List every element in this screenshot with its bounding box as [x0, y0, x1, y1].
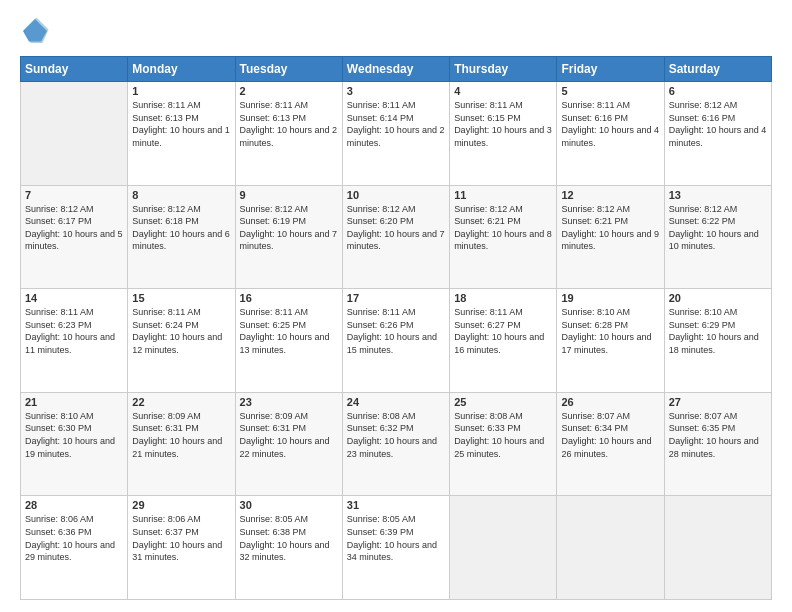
- calendar-cell: 23Sunrise: 8:09 AMSunset: 6:31 PMDayligh…: [235, 392, 342, 496]
- calendar-cell: 1Sunrise: 8:11 AMSunset: 6:13 PMDaylight…: [128, 82, 235, 186]
- day-info: Sunrise: 8:12 AMSunset: 6:20 PMDaylight:…: [347, 204, 445, 252]
- day-number: 11: [454, 189, 552, 201]
- calendar-week-2: 7Sunrise: 8:12 AMSunset: 6:17 PMDaylight…: [21, 185, 772, 289]
- calendar-cell: 12Sunrise: 8:12 AMSunset: 6:21 PMDayligh…: [557, 185, 664, 289]
- day-info: Sunrise: 8:06 AMSunset: 6:36 PMDaylight:…: [25, 514, 115, 562]
- calendar-cell: 11Sunrise: 8:12 AMSunset: 6:21 PMDayligh…: [450, 185, 557, 289]
- day-number: 25: [454, 396, 552, 408]
- page: SundayMondayTuesdayWednesdayThursdayFrid…: [0, 0, 792, 612]
- day-info: Sunrise: 8:08 AMSunset: 6:32 PMDaylight:…: [347, 411, 437, 459]
- day-number: 7: [25, 189, 123, 201]
- calendar-week-1: 1Sunrise: 8:11 AMSunset: 6:13 PMDaylight…: [21, 82, 772, 186]
- day-number: 22: [132, 396, 230, 408]
- day-info: Sunrise: 8:08 AMSunset: 6:33 PMDaylight:…: [454, 411, 544, 459]
- calendar-cell: 3Sunrise: 8:11 AMSunset: 6:14 PMDaylight…: [342, 82, 449, 186]
- day-info: Sunrise: 8:10 AMSunset: 6:30 PMDaylight:…: [25, 411, 115, 459]
- day-info: Sunrise: 8:11 AMSunset: 6:24 PMDaylight:…: [132, 307, 222, 355]
- day-info: Sunrise: 8:06 AMSunset: 6:37 PMDaylight:…: [132, 514, 222, 562]
- day-info: Sunrise: 8:11 AMSunset: 6:13 PMDaylight:…: [240, 100, 338, 148]
- day-number: 29: [132, 499, 230, 511]
- calendar-cell: 5Sunrise: 8:11 AMSunset: 6:16 PMDaylight…: [557, 82, 664, 186]
- calendar-week-3: 14Sunrise: 8:11 AMSunset: 6:23 PMDayligh…: [21, 289, 772, 393]
- calendar-cell: 21Sunrise: 8:10 AMSunset: 6:30 PMDayligh…: [21, 392, 128, 496]
- day-info: Sunrise: 8:10 AMSunset: 6:29 PMDaylight:…: [669, 307, 759, 355]
- day-number: 24: [347, 396, 445, 408]
- day-info: Sunrise: 8:09 AMSunset: 6:31 PMDaylight:…: [132, 411, 222, 459]
- day-number: 3: [347, 85, 445, 97]
- calendar-cell: 15Sunrise: 8:11 AMSunset: 6:24 PMDayligh…: [128, 289, 235, 393]
- day-number: 8: [132, 189, 230, 201]
- day-info: Sunrise: 8:09 AMSunset: 6:31 PMDaylight:…: [240, 411, 330, 459]
- calendar-cell: [664, 496, 771, 600]
- header-day-saturday: Saturday: [664, 57, 771, 82]
- day-number: 6: [669, 85, 767, 97]
- day-number: 2: [240, 85, 338, 97]
- calendar-cell: 13Sunrise: 8:12 AMSunset: 6:22 PMDayligh…: [664, 185, 771, 289]
- logo: [20, 16, 54, 46]
- day-number: 21: [25, 396, 123, 408]
- header-day-sunday: Sunday: [21, 57, 128, 82]
- calendar-cell: 9Sunrise: 8:12 AMSunset: 6:19 PMDaylight…: [235, 185, 342, 289]
- calendar-cell: 6Sunrise: 8:12 AMSunset: 6:16 PMDaylight…: [664, 82, 771, 186]
- day-info: Sunrise: 8:11 AMSunset: 6:25 PMDaylight:…: [240, 307, 330, 355]
- calendar-cell: 29Sunrise: 8:06 AMSunset: 6:37 PMDayligh…: [128, 496, 235, 600]
- day-info: Sunrise: 8:05 AMSunset: 6:38 PMDaylight:…: [240, 514, 330, 562]
- day-number: 23: [240, 396, 338, 408]
- logo-icon: [20, 16, 50, 46]
- calendar-cell: 14Sunrise: 8:11 AMSunset: 6:23 PMDayligh…: [21, 289, 128, 393]
- day-info: Sunrise: 8:07 AMSunset: 6:34 PMDaylight:…: [561, 411, 651, 459]
- day-number: 10: [347, 189, 445, 201]
- day-number: 18: [454, 292, 552, 304]
- day-number: 28: [25, 499, 123, 511]
- day-number: 26: [561, 396, 659, 408]
- calendar-cell: 17Sunrise: 8:11 AMSunset: 6:26 PMDayligh…: [342, 289, 449, 393]
- calendar-header-row: SundayMondayTuesdayWednesdayThursdayFrid…: [21, 57, 772, 82]
- day-number: 19: [561, 292, 659, 304]
- calendar-week-5: 28Sunrise: 8:06 AMSunset: 6:36 PMDayligh…: [21, 496, 772, 600]
- day-number: 5: [561, 85, 659, 97]
- calendar-cell: 24Sunrise: 8:08 AMSunset: 6:32 PMDayligh…: [342, 392, 449, 496]
- day-number: 20: [669, 292, 767, 304]
- day-info: Sunrise: 8:12 AMSunset: 6:21 PMDaylight:…: [561, 204, 659, 252]
- header-day-tuesday: Tuesday: [235, 57, 342, 82]
- calendar-cell: [21, 82, 128, 186]
- header-day-thursday: Thursday: [450, 57, 557, 82]
- day-info: Sunrise: 8:11 AMSunset: 6:23 PMDaylight:…: [25, 307, 115, 355]
- calendar-cell: 22Sunrise: 8:09 AMSunset: 6:31 PMDayligh…: [128, 392, 235, 496]
- calendar-cell: 8Sunrise: 8:12 AMSunset: 6:18 PMDaylight…: [128, 185, 235, 289]
- day-info: Sunrise: 8:11 AMSunset: 6:26 PMDaylight:…: [347, 307, 437, 355]
- day-number: 13: [669, 189, 767, 201]
- calendar-cell: 30Sunrise: 8:05 AMSunset: 6:38 PMDayligh…: [235, 496, 342, 600]
- calendar-cell: 2Sunrise: 8:11 AMSunset: 6:13 PMDaylight…: [235, 82, 342, 186]
- calendar-cell: 10Sunrise: 8:12 AMSunset: 6:20 PMDayligh…: [342, 185, 449, 289]
- day-number: 12: [561, 189, 659, 201]
- day-number: 15: [132, 292, 230, 304]
- day-number: 17: [347, 292, 445, 304]
- calendar-cell: 7Sunrise: 8:12 AMSunset: 6:17 PMDaylight…: [21, 185, 128, 289]
- day-number: 27: [669, 396, 767, 408]
- day-info: Sunrise: 8:11 AMSunset: 6:13 PMDaylight:…: [132, 100, 230, 148]
- header-day-wednesday: Wednesday: [342, 57, 449, 82]
- calendar-cell: 18Sunrise: 8:11 AMSunset: 6:27 PMDayligh…: [450, 289, 557, 393]
- calendar-week-4: 21Sunrise: 8:10 AMSunset: 6:30 PMDayligh…: [21, 392, 772, 496]
- calendar-cell: 20Sunrise: 8:10 AMSunset: 6:29 PMDayligh…: [664, 289, 771, 393]
- day-info: Sunrise: 8:12 AMSunset: 6:16 PMDaylight:…: [669, 100, 767, 148]
- calendar-cell: [557, 496, 664, 600]
- header: [20, 16, 772, 46]
- day-info: Sunrise: 8:10 AMSunset: 6:28 PMDaylight:…: [561, 307, 651, 355]
- calendar-cell: 19Sunrise: 8:10 AMSunset: 6:28 PMDayligh…: [557, 289, 664, 393]
- calendar-cell: 25Sunrise: 8:08 AMSunset: 6:33 PMDayligh…: [450, 392, 557, 496]
- day-number: 14: [25, 292, 123, 304]
- calendar-cell: 16Sunrise: 8:11 AMSunset: 6:25 PMDayligh…: [235, 289, 342, 393]
- calendar-cell: 26Sunrise: 8:07 AMSunset: 6:34 PMDayligh…: [557, 392, 664, 496]
- day-info: Sunrise: 8:11 AMSunset: 6:14 PMDaylight:…: [347, 100, 445, 148]
- calendar-cell: 28Sunrise: 8:06 AMSunset: 6:36 PMDayligh…: [21, 496, 128, 600]
- day-info: Sunrise: 8:12 AMSunset: 6:19 PMDaylight:…: [240, 204, 338, 252]
- day-info: Sunrise: 8:12 AMSunset: 6:18 PMDaylight:…: [132, 204, 230, 252]
- calendar-cell: 31Sunrise: 8:05 AMSunset: 6:39 PMDayligh…: [342, 496, 449, 600]
- day-number: 31: [347, 499, 445, 511]
- calendar-cell: [450, 496, 557, 600]
- calendar-cell: 27Sunrise: 8:07 AMSunset: 6:35 PMDayligh…: [664, 392, 771, 496]
- day-info: Sunrise: 8:05 AMSunset: 6:39 PMDaylight:…: [347, 514, 437, 562]
- day-info: Sunrise: 8:12 AMSunset: 6:21 PMDaylight:…: [454, 204, 552, 252]
